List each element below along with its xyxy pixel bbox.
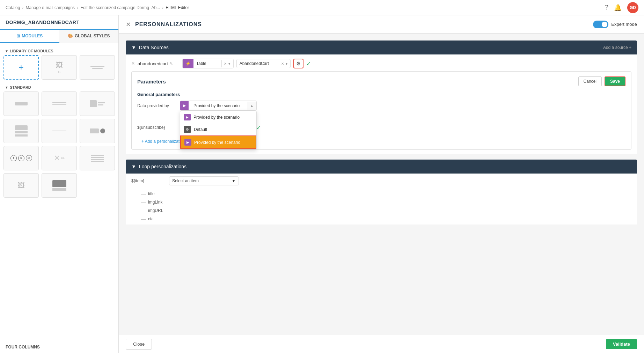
modal-close-btn[interactable]: ✕ (126, 21, 131, 28)
expert-mode-toggle[interactable] (593, 21, 608, 28)
loop-body: ${item} Select an item ▼ — title (126, 174, 637, 225)
ds-name-text: abandonedcart (138, 61, 168, 66)
table-select-inner: AbandonedCart (237, 59, 279, 68)
help-icon[interactable]: ? (605, 4, 608, 11)
sidebar-footer: FOUR COLUMNS (0, 341, 118, 353)
pencil-icon: ✏ (61, 155, 65, 161)
four-columns-label: FOUR COLUMNS (6, 345, 40, 350)
module-button[interactable] (3, 91, 39, 116)
table-select-arrow[interactable]: ✕ ▼ (279, 60, 291, 67)
table-select[interactable]: AbandonedCart ✕ ▼ (236, 59, 291, 68)
tab-modules-label: MODULES (22, 34, 43, 38)
modal-body: ▼ Data Sources Add a source + ✕ abandone… (119, 34, 644, 335)
add-source-link[interactable]: Add a source + (603, 45, 631, 50)
check-green-icon: ✓ (306, 60, 311, 67)
data-provided-select-wrapper: ▶ Provided by the scenario ▲ ▶ (180, 101, 257, 111)
multiline-preview (91, 155, 104, 162)
parameters-header-btns: Cancel Save (578, 76, 625, 86)
div-line1 (52, 102, 66, 103)
data-provided-select-btn[interactable]: ▶ Provided by the scenario ▲ (180, 101, 257, 111)
module-social[interactable]: f ✕ in (3, 146, 39, 170)
breadcrumb-manage[interactable]: Manage e-mail campaigns (25, 5, 75, 10)
avatar[interactable]: GD (627, 2, 638, 13)
loop-var: ${item} (131, 176, 166, 183)
general-params-title: General parameters (137, 92, 625, 97)
library-label: LIBRARY OF MODULES (10, 49, 53, 53)
s1 (15, 125, 28, 130)
loop-select-arrow: ▼ (232, 178, 236, 183)
sep2: › (77, 5, 78, 10)
module-image[interactable]: 🖼 ↻ (42, 55, 77, 80)
expert-mode-container: Expert mode (593, 21, 637, 28)
module-text[interactable] (80, 55, 115, 80)
module-image2[interactable]: 🖼 (3, 173, 39, 198)
add-module-btn[interactable]: + (3, 55, 39, 80)
modal-container: ✕ PERSONNALIZATIONS Expert mode ▼ Data S… (119, 15, 644, 353)
gear-btn[interactable]: ⚙ (293, 59, 303, 68)
ml3 (91, 159, 104, 160)
sidebar-content: ▼ LIBRARY OF MODULES + 🖼 ↻ (0, 43, 118, 341)
loop-child-imgurl: — imgURL (137, 206, 631, 215)
dropdown-menu: ▶ Provided by the scenario ⚙ Default (180, 111, 257, 149)
standard-modules-grid: f ✕ in ✕ ✏ (3, 91, 115, 198)
library-section-label: ▼ LIBRARY OF MODULES (3, 47, 115, 55)
tab-modules[interactable]: ⊞ MODULES (0, 30, 59, 43)
data-sources-header-left: ▼ Data Sources (131, 45, 169, 50)
cancel-btn[interactable]: Cancel (578, 76, 602, 86)
line1 (90, 66, 104, 67)
stack-preview (15, 125, 28, 137)
image-icon: 🖼 (56, 61, 63, 69)
standard-arrow: ▼ (5, 86, 8, 89)
data-sources-title: Data Sources (139, 45, 169, 50)
datasource-row: ✕ abandonedcart ✎ ⚡ Table ✕ ▼ (131, 59, 631, 68)
tab-global-styles[interactable]: 🎨 GLOBAL STYLES (59, 30, 119, 43)
loop-select[interactable]: Select an item ▼ (169, 176, 239, 185)
module-crossword[interactable]: ✕ ✏ (42, 146, 77, 170)
save-btn[interactable]: Save (605, 76, 625, 86)
child-imglink: imgLink (148, 200, 162, 205)
sidebar-tabs: ⊞ MODULES 🎨 GLOBAL STYLES (0, 30, 118, 43)
type-select[interactable]: ⚡ Table ✕ ▼ (182, 59, 234, 68)
text-lines (90, 66, 104, 69)
module-search[interactable] (80, 119, 115, 143)
dropdown-item-default[interactable]: ⚙ Default (180, 123, 256, 135)
module-image-text[interactable] (80, 91, 115, 116)
module-multiline[interactable] (80, 146, 115, 170)
loop-child-imglink: — imgLink (137, 198, 631, 206)
line-preview (52, 131, 66, 131)
dropdown-item-selected-label: Provided by the scenario (194, 140, 240, 145)
fb-icon: f (10, 155, 17, 161)
standard-label: STANDARD (10, 85, 31, 89)
ds-edit-icon[interactable]: ✎ (169, 61, 173, 66)
close-btn[interactable]: Close (126, 339, 152, 350)
dd-play-icon-2: ▶ (184, 139, 191, 146)
loop-chevron: ▼ (131, 164, 136, 169)
module-stack[interactable] (3, 119, 39, 143)
dropdown-item-provided[interactable]: ▶ Provided by the scenario (180, 111, 256, 123)
type-select-arrow[interactable]: ✕ ▼ (221, 60, 233, 67)
bell-icon[interactable]: 🔔 (614, 4, 622, 12)
cross-preview: ✕ ✏ (54, 154, 65, 163)
ml2 (91, 157, 104, 158)
breadcrumb-edit[interactable]: Edit the scenarized campaign Dormg_Ab... (80, 5, 160, 10)
data-provided-by-label: Data provided by (137, 103, 176, 108)
dropdown-item-provided-selected[interactable]: ▶ Provided by the scenario (180, 135, 256, 149)
ds-remove-btn[interactable]: ✕ (131, 61, 135, 66)
line2 (92, 68, 103, 69)
breadcrumb-catalog[interactable]: Catalog (6, 5, 20, 10)
dropdown-item-default-label: Default (194, 127, 207, 132)
module-divider[interactable] (42, 91, 77, 116)
modal-title: PERSONNALIZATIONS (135, 21, 202, 28)
expert-mode-label: Expert mode (611, 22, 637, 27)
refresh-icon: ↻ (58, 71, 61, 74)
modules-grid: + 🖼 ↻ (3, 55, 115, 80)
validate-btn[interactable]: Validate (606, 339, 637, 349)
child-imgurl: imgURL (148, 208, 163, 213)
loop-child-title: — title (137, 190, 631, 198)
module-line[interactable] (42, 119, 77, 143)
type-icon-btn[interactable]: ⚡ (183, 59, 193, 68)
loop-title: Loop personalizations (139, 164, 186, 169)
module-banner[interactable] (42, 173, 77, 198)
sidebar-title: DORMG_ABANDONNEDCART (6, 20, 79, 25)
s2 (15, 131, 28, 133)
